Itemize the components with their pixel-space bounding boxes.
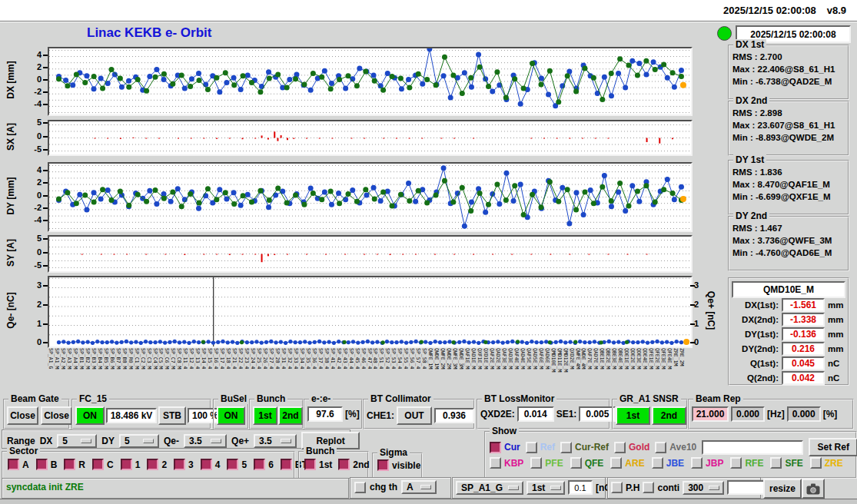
ee-ratio-title: e-:e- xyxy=(309,393,333,404)
y-tick-mark-right xyxy=(690,285,695,287)
stats-group-title: DY 1st xyxy=(733,154,766,165)
range-label: Range xyxy=(7,436,35,446)
sp-dropdown[interactable]: SP_A1_G xyxy=(456,481,523,495)
x-axis-label: SP_31_4 xyxy=(281,348,287,369)
monitor-row: Q(2nd):0.042nC xyxy=(731,370,845,385)
threshold-input[interactable]: 0.1 xyxy=(568,480,593,495)
sector-label: R xyxy=(78,459,85,470)
fc15-group: FC_15 ON 18.486 kV STB 100 % xyxy=(71,399,211,429)
points-dropdown[interactable]: 300 xyxy=(683,481,724,495)
range-qem-dropdown[interactable]: 3.5 xyxy=(184,434,227,448)
show-checkbox-zre[interactable] xyxy=(810,457,822,469)
y-tick-mark xyxy=(43,182,48,184)
fc15-stb-button[interactable]: STB xyxy=(158,406,186,425)
ref-name-input[interactable] xyxy=(702,440,803,455)
conti-checkbox[interactable] xyxy=(643,482,654,493)
show-checkbox-kbp[interactable] xyxy=(490,457,501,469)
bunch-2nd-button[interactable]: 2nd xyxy=(278,406,303,425)
che1-out-button[interactable]: OUT xyxy=(397,406,432,425)
sector-item: R xyxy=(64,459,85,470)
gr-snsr-2nd-button[interactable]: 2nd xyxy=(652,406,686,425)
sector-checkbox-a[interactable] xyxy=(8,459,19,470)
monitor-row-label: Q(2nd): xyxy=(731,373,779,383)
chg-th-checkbox[interactable] xyxy=(354,482,366,493)
set-ref-button[interactable]: Set Ref xyxy=(809,438,857,456)
ph-label: P.H xyxy=(626,482,639,493)
sector-checkbox-c[interactable] xyxy=(92,459,104,470)
sector-checkbox-5[interactable] xyxy=(227,459,238,470)
sigma-group: Sigma visible xyxy=(372,453,423,479)
bunch-select-label: 2nd xyxy=(353,459,369,470)
show-checkbox-ave10[interactable] xyxy=(655,442,666,453)
sector-checkbox-b[interactable] xyxy=(36,459,48,470)
y-tick-mark xyxy=(43,304,48,306)
axis-label-dy: DY [mm] xyxy=(5,177,16,214)
sector-checkbox-2[interactable] xyxy=(147,459,158,470)
sigma-checkbox-visible[interactable] xyxy=(377,459,389,471)
show-label: KBP xyxy=(504,458,523,469)
show-checkbox-jbp[interactable] xyxy=(691,457,703,469)
sector-checkbox-6[interactable] xyxy=(254,459,265,470)
show-checkbox-are[interactable] xyxy=(610,457,622,469)
gr-snsr-1st-button[interactable]: 1st xyxy=(616,406,650,425)
x-axis-label: QMD10E_M xyxy=(550,348,556,372)
x-axis-label: QAF4E_M xyxy=(513,348,520,369)
range-qep-dropdown[interactable]: 3.5 xyxy=(254,434,297,448)
monitor-row-value: -1.561 xyxy=(782,298,825,312)
sector-checkbox-bt[interactable] xyxy=(281,459,292,470)
sector-checkbox-1[interactable] xyxy=(121,459,132,470)
bunch-dropdown[interactable]: 1st xyxy=(526,481,565,495)
y-tick-mark-right xyxy=(690,304,695,306)
range-dy-dropdown[interactable]: 5 xyxy=(119,434,159,448)
y-tick-label: -4 xyxy=(23,99,42,108)
show-checkbox-cur[interactable] xyxy=(490,442,501,453)
sector-checkbox-r[interactable] xyxy=(64,459,75,470)
y-tick-mark xyxy=(43,136,48,138)
range-dx-dropdown[interactable]: 5 xyxy=(57,434,97,448)
busel-on-button[interactable]: ON xyxy=(217,406,245,425)
sector-checkbox-4[interactable] xyxy=(201,459,212,470)
x-axis-label: SP_45_4 xyxy=(354,348,360,369)
dropdown-indicator-icon xyxy=(709,486,719,490)
show-checkbox-jbe[interactable] xyxy=(652,457,663,469)
y-tick-mark xyxy=(43,252,48,254)
monitor-row-value: -0.136 xyxy=(782,327,825,341)
y-tick-label: 2 xyxy=(23,62,42,71)
bunch-select-checkbox-2nd[interactable] xyxy=(338,459,350,470)
show-checkbox-rfe[interactable] xyxy=(730,457,742,469)
fc15-on-button[interactable]: ON xyxy=(75,406,105,425)
ph-checkbox[interactable] xyxy=(611,482,623,493)
show-item: Gold xyxy=(614,442,649,453)
chg-th-dropdown[interactable]: A xyxy=(401,480,437,494)
y-tick-label: 4 xyxy=(23,165,42,174)
bunch-1st-button[interactable]: 1st xyxy=(253,406,277,425)
show-label: PFE xyxy=(545,458,563,469)
dropdown-indicator-icon xyxy=(281,439,291,443)
show-checkbox-qfe[interactable] xyxy=(570,457,582,469)
bunch-select-group: Bunch 1st2nd xyxy=(298,451,369,479)
dropdown-indicator-icon xyxy=(420,485,431,489)
beam-rep-value-1: 21.000 xyxy=(692,406,729,422)
show-label: Gold xyxy=(629,442,649,453)
beam-gate-close-button-1[interactable]: Close xyxy=(7,406,38,425)
show-checkbox-pfe[interactable] xyxy=(530,457,542,469)
x-axis-label: SP_R0_M xyxy=(128,348,134,369)
show-checkbox-gold[interactable] xyxy=(614,442,626,453)
x-axis-label: QWFE_3M xyxy=(452,348,458,369)
x-axis-label: SP_46_4 xyxy=(360,348,367,369)
plot-sy xyxy=(48,235,693,273)
stats-row: Max : 22.406@S8_61_H1 xyxy=(729,64,848,74)
sector-checkbox-3[interactable] xyxy=(174,459,185,470)
x-axis-label: QMD12E_M xyxy=(563,348,569,372)
range-dx-value: 5 xyxy=(62,436,68,446)
show-checkbox-ref[interactable] xyxy=(526,442,537,453)
resize-button[interactable]: resize xyxy=(763,479,802,499)
bunch-select-checkbox-1st[interactable] xyxy=(304,459,316,470)
sector-item: 1 xyxy=(121,459,141,470)
show-item: JBE xyxy=(652,457,684,469)
show-checkbox-sfe[interactable] xyxy=(770,457,782,469)
show-checkbox-cur-ref[interactable] xyxy=(560,442,572,453)
beam-gate-close-button-2[interactable]: Close xyxy=(41,406,72,425)
y-tick-mark xyxy=(43,170,48,171)
camera-button[interactable] xyxy=(802,479,825,499)
